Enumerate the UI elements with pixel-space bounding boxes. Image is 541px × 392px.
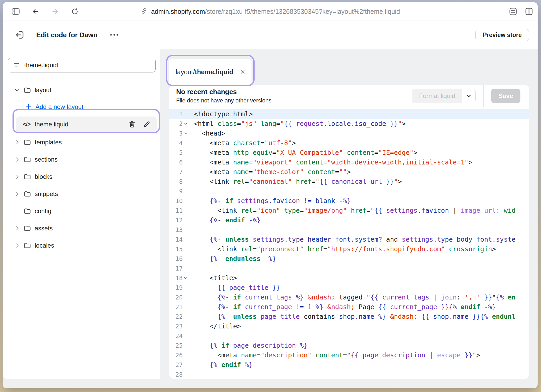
trash-icon[interactable]	[127, 120, 137, 128]
back-icon[interactable]	[31, 8, 40, 15]
chevron-right-icon[interactable]	[14, 243, 23, 248]
code-text: <html class="js" lang="{{ request.locale…	[188, 119, 406, 128]
folder-icon	[23, 242, 35, 249]
tab-theme-liquid[interactable]: layout/theme.liquid	[169, 59, 251, 85]
code-line-16: 16 {%- endunless -%}	[169, 254, 529, 264]
folder-icon	[23, 207, 35, 215]
sidebar-item-blocks[interactable]: blocks	[3, 168, 160, 185]
code-line-9: 9	[169, 186, 529, 196]
folder-icon	[23, 224, 35, 232]
sidebar-item-label: layout	[35, 87, 51, 94]
fold-chevron-icon[interactable]	[183, 122, 188, 126]
chevron-right-icon[interactable]	[14, 191, 23, 197]
line-number: 20	[169, 292, 188, 302]
code-line-4: 4 <meta charset="utf-8">	[169, 138, 529, 148]
url-text: admin.shopify.com/store/rzq1xu-f5/themes…	[151, 8, 400, 15]
code-text	[188, 370, 194, 379]
format-liquid-menu-button[interactable]	[462, 89, 476, 103]
code-line-28: 28	[169, 370, 529, 379]
code-line-17: 17	[169, 264, 529, 273]
line-number: 21	[169, 302, 188, 312]
sidebar-toggle-icon[interactable]	[11, 8, 20, 15]
line-number: 15	[169, 244, 188, 254]
sidebar-item-add-a-new-layout[interactable]: Add a new layout	[3, 99, 160, 115]
preview-store-button[interactable]: Preview store	[475, 29, 529, 41]
more-actions-icon[interactable]	[109, 33, 119, 37]
status-title: No recent changes	[176, 88, 272, 96]
line-number: 28	[169, 370, 188, 379]
sidebar-item-snippets[interactable]: snippets	[3, 185, 160, 203]
folder-icon	[23, 86, 35, 94]
url-bar[interactable]: admin.shopify.com/store/rzq1xu-f5/themes…	[140, 2, 400, 21]
sidebar-item-label: theme.liquid	[35, 121, 68, 128]
sidebar-item-label: config	[35, 207, 51, 215]
sidebar-item-config[interactable]: config	[3, 203, 160, 220]
code-text	[188, 331, 194, 341]
file-search[interactable]	[8, 58, 156, 72]
sidebar-item-sections[interactable]: sections	[3, 151, 160, 168]
fold-chevron-icon[interactable]	[183, 131, 188, 135]
code-line-5: 5 <meta http-equiv="X-UA-Compatible" con…	[169, 148, 529, 157]
chevron-right-icon[interactable]	[14, 157, 23, 162]
split-view-icon[interactable]	[525, 7, 533, 16]
sidebar-item-assets[interactable]: assets	[3, 220, 160, 237]
code-text: {%- if current_tags %} &ndash; tagged "{…	[188, 292, 515, 302]
chevron-down-icon[interactable]	[14, 87, 23, 93]
link-icon	[140, 7, 147, 16]
code-line-19: 19 {{ page_title }}	[169, 283, 529, 292]
sidebar-item-label: snippets	[35, 190, 58, 198]
reload-icon[interactable]	[71, 8, 79, 15]
filter-icon	[13, 62, 20, 69]
code-text: <link rel="canonical" href="{{ canonical…	[188, 177, 402, 186]
code-text: {%- unless page_title contains shop.name…	[188, 312, 515, 321]
chevron-right-icon[interactable]	[14, 139, 23, 145]
code-line-12: 12 {%- endif -%}	[169, 215, 529, 225]
save-button[interactable]: Save	[491, 89, 520, 103]
code-text: {{ page_title }}	[188, 283, 280, 292]
line-number: 4	[169, 138, 188, 148]
close-icon[interactable]	[238, 68, 247, 76]
code-icon: </>	[23, 121, 30, 128]
line-number: 16	[169, 254, 188, 264]
code-text: </title>	[188, 321, 241, 331]
chevron-right-icon[interactable]	[14, 225, 23, 231]
editor-panel: No recent changes File does not have any…	[169, 85, 529, 379]
page-settings-icon[interactable]	[509, 7, 517, 16]
line-number: 23	[169, 321, 188, 331]
sidebar-item-templates[interactable]: templates	[3, 134, 160, 151]
code-line-1: 1<!doctype html>	[169, 109, 529, 119]
sidebar-item-layout[interactable]: layout	[3, 82, 160, 99]
code-lines[interactable]: 1<!doctype html>2<html class="js" lang="…	[169, 107, 529, 379]
code-line-11: 11 <link rel="icon" type="image/png" hre…	[169, 206, 529, 215]
fold-chevron-icon[interactable]	[183, 276, 188, 280]
folder-icon	[23, 173, 35, 181]
file-tree: layoutAdd a new layout</>theme.liquidtem…	[3, 82, 160, 254]
search-input[interactable]	[24, 62, 151, 69]
code-text	[188, 264, 194, 273]
sidebar-item-label: sections	[35, 156, 58, 163]
code-line-23: 23 </title>	[169, 321, 529, 331]
chevron-right-icon[interactable]	[14, 174, 23, 180]
toolbar-divider	[483, 85, 484, 107]
code-text: <title>	[188, 273, 237, 283]
pencil-icon[interactable]	[142, 121, 152, 128]
format-liquid-button[interactable]: Format liquid	[412, 89, 462, 103]
line-number: 6	[169, 157, 188, 167]
app-header: Edit code for Dawn Preview store	[3, 21, 538, 49]
sidebar-item-label: locales	[35, 242, 54, 249]
sidebar-item-label: templates	[35, 139, 62, 146]
code-text: {% if page_description %}	[188, 341, 308, 350]
code-line-27: 27 {% endif %}	[169, 360, 529, 370]
code-line-26: 26 <meta name="description" content="{{ …	[169, 350, 529, 360]
folder-icon	[23, 190, 35, 198]
forward-icon[interactable]	[51, 8, 59, 15]
tab-label: layout/theme.liquid	[176, 68, 238, 76]
exit-icon[interactable]	[15, 30, 24, 40]
sidebar-item-theme-liquid[interactable]: </>theme.liquid	[3, 115, 160, 134]
line-number: 24	[169, 331, 188, 341]
code-line-13: 13	[169, 225, 529, 235]
sidebar-item-locales[interactable]: locales	[3, 237, 160, 254]
line-number: 5	[169, 148, 188, 157]
code-text: <head>	[188, 128, 225, 138]
code-text: <!doctype html>	[188, 109, 253, 119]
